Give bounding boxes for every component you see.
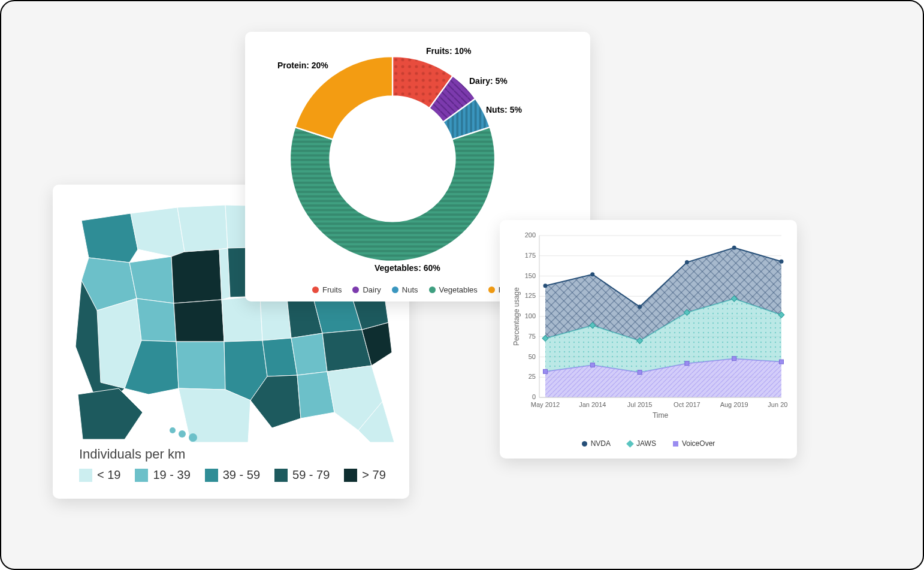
svg-rect-90 <box>590 363 594 367</box>
svg-point-81 <box>732 246 736 250</box>
svg-marker-9 <box>174 300 224 342</box>
donut-label-vegetables: Vegetables: 60% <box>375 263 440 273</box>
svg-text:175: 175 <box>525 252 536 259</box>
svg-rect-93 <box>732 357 736 361</box>
svg-text:Oct 2017: Oct 2017 <box>674 401 700 408</box>
svg-point-79 <box>638 304 642 309</box>
svg-marker-8 <box>171 249 222 303</box>
svg-text:75: 75 <box>529 333 536 340</box>
svg-rect-89 <box>543 369 548 373</box>
svg-text:Percentage usage: Percentage usage <box>512 287 521 346</box>
svg-text:Time: Time <box>653 411 669 420</box>
svg-rect-92 <box>685 361 689 366</box>
svg-rect-91 <box>638 370 642 375</box>
area-card: 0255075100125150175200 May 2012 Jan 2014… <box>500 220 797 459</box>
svg-text:May 2012: May 2012 <box>531 401 560 408</box>
svg-point-77 <box>543 284 548 288</box>
svg-text:200: 200 <box>525 231 536 239</box>
svg-marker-3 <box>129 257 174 303</box>
svg-point-38 <box>179 430 186 438</box>
donut-label-dairy: Dairy: 5% <box>469 76 508 86</box>
area-chart: 0255075100125150175200 May 2012 Jan 2014… <box>509 230 787 427</box>
svg-marker-24 <box>291 333 327 375</box>
map-legend-title: Individuals per km <box>79 447 386 462</box>
svg-text:25: 25 <box>529 373 536 380</box>
svg-marker-4 <box>131 207 185 257</box>
donut-label-fruits: Fruits: 10% <box>426 46 471 56</box>
map-bin-2: 39 - 59 <box>205 468 260 482</box>
svg-text:Jul 2015: Jul 2015 <box>627 401 653 408</box>
donut-label-protein: Protein: 20% <box>277 61 328 70</box>
svg-text:0: 0 <box>532 393 536 400</box>
svg-text:Jun 2021: Jun 2021 <box>768 401 787 408</box>
map-bin-3: 59 - 79 <box>274 468 330 482</box>
svg-point-39 <box>189 433 197 442</box>
map-bin-0: < 19 <box>79 468 120 482</box>
svg-marker-36 <box>78 388 143 439</box>
svg-point-37 <box>170 427 176 433</box>
svg-marker-10 <box>176 342 225 390</box>
area-legend: NVDA JAWS VoiceOver <box>500 439 797 448</box>
svg-text:125: 125 <box>525 292 536 299</box>
svg-point-82 <box>780 260 784 264</box>
svg-marker-11 <box>177 205 228 252</box>
svg-point-78 <box>590 272 594 276</box>
svg-marker-15 <box>179 388 250 442</box>
donut-label-nuts: Nuts: 5% <box>486 105 522 114</box>
donut-slice-vegetables <box>290 127 495 261</box>
svg-point-80 <box>685 260 689 264</box>
svg-text:150: 150 <box>525 272 536 279</box>
svg-text:100: 100 <box>525 312 536 319</box>
svg-text:50: 50 <box>529 353 536 360</box>
svg-marker-13 <box>222 296 262 342</box>
svg-text:Aug 2019: Aug 2019 <box>720 401 748 408</box>
map-bin-4: > 79 <box>344 468 385 482</box>
svg-text:Jan 2014: Jan 2014 <box>579 401 606 408</box>
svg-marker-0 <box>81 213 138 263</box>
map-bin-1: 19 - 39 <box>135 468 190 482</box>
svg-marker-6 <box>137 298 176 342</box>
svg-rect-94 <box>780 360 784 364</box>
